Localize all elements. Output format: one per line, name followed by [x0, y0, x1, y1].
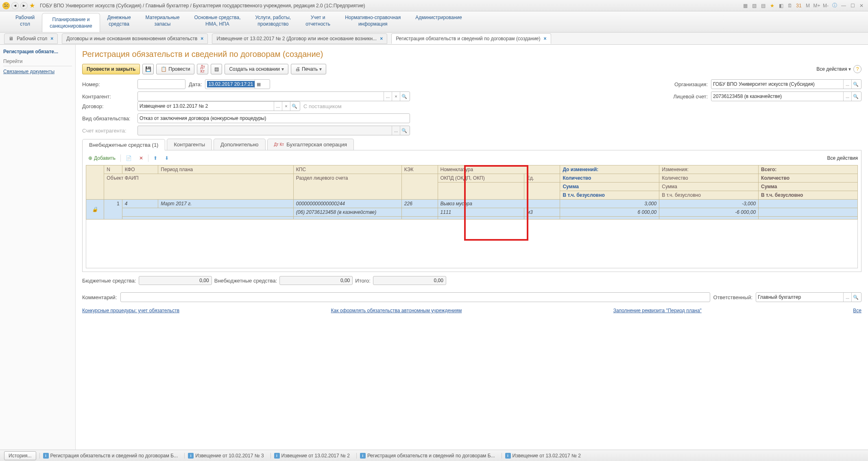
sb-item[interactable]: iИзвещение от 10.02.2017 № 3 — [184, 453, 267, 459]
section-planning[interactable]: Планирование исанкционирование — [42, 13, 100, 32]
section-services[interactable]: Услуги, работы,производство — [248, 11, 298, 32]
minimize-icon[interactable]: — — [840, 2, 848, 10]
comment-input[interactable] — [120, 292, 710, 302]
col-ed: Ед. — [524, 174, 560, 183]
tab-nonbudget[interactable]: Внебюджетные средства (1) — [82, 139, 165, 150]
responsible-input[interactable]: Главный бухгалтер...🔍 — [756, 292, 861, 302]
maximize-icon[interactable]: ☐ — [848, 2, 857, 10]
contragent-input[interactable]: ...×🔍 — [137, 91, 410, 101]
search-icon[interactable]: 🔍 — [851, 80, 859, 89]
close-icon[interactable]: ✕ — [857, 2, 866, 10]
copy-button[interactable]: 📄 — [123, 154, 134, 163]
tab-notice[interactable]: Извещение от 13.02.2017 № 2 (Договор или… — [212, 33, 387, 44]
app-icon[interactable]: 1c — [2, 2, 10, 9]
section-reference[interactable]: Нормативно-справочнаяинформация — [338, 11, 408, 32]
nav-fwd-icon[interactable]: ► — [20, 2, 28, 9]
table-row[interactable]: (06) 20736123458 (в казначействе) 1111 м… — [86, 208, 858, 217]
help-icon[interactable]: ⓘ — [831, 2, 839, 10]
move-down-button[interactable]: ⬇ — [162, 154, 171, 163]
contract-input[interactable]: Извещение от 13.02.2017 № 2...×🔍 — [137, 101, 300, 111]
tab-close-icon[interactable]: × — [201, 36, 203, 41]
post-button[interactable]: 📋Провести — [156, 64, 194, 74]
tb-icon-1[interactable]: ▦ — [741, 2, 749, 10]
total-value: 0,00 — [373, 276, 446, 285]
section-materials[interactable]: Материальныезапасы — [138, 11, 187, 32]
tb-icon-4[interactable]: ◧ — [777, 2, 785, 10]
search-icon[interactable]: 🔍 — [400, 126, 408, 135]
ellipsis-icon[interactable]: ... — [843, 293, 851, 302]
tab-contragents[interactable]: Контрагенты — [167, 139, 212, 150]
ellipsis-icon[interactable]: ... — [843, 92, 851, 101]
sb-item[interactable]: iРегистрация обязательств и сведений по … — [356, 453, 498, 459]
tab-close-icon[interactable]: × — [380, 36, 383, 41]
tb-mplus-icon[interactable]: M+ — [813, 2, 821, 10]
contragent-account-input[interactable]: ...🔍 — [137, 126, 410, 135]
help-button[interactable]: ? — [853, 65, 861, 73]
table-row[interactable]: 🔒 1 4 Март 2017 г. 000000000000000244 22… — [86, 200, 858, 208]
tb-star-icon[interactable]: ★ — [768, 2, 776, 10]
tab-registration[interactable]: Регистрация обязательств и сведений по д… — [391, 33, 551, 44]
calendar-icon[interactable]: ▦ — [255, 80, 263, 89]
panel-all-actions[interactable]: Все действия — [827, 155, 858, 161]
doc-toolbar: Провести и закрыть 💾 📋Провести ДтКт ▤ Со… — [82, 64, 861, 74]
obligation-type-input[interactable]: Отказ от заключения договора (конкурсные… — [137, 113, 410, 123]
table-row[interactable] — [86, 217, 858, 220]
tab-contracts[interactable]: Договоры и иные основания возникновения … — [62, 33, 208, 44]
tab-additional[interactable]: Дополнительно — [214, 139, 266, 150]
org-input[interactable]: ГОБУ ВПО Университет искусств (Субсидия)… — [711, 79, 861, 89]
number-input[interactable] — [137, 79, 185, 89]
tb-mminus-icon[interactable]: M- — [822, 2, 830, 10]
info-icon: i — [43, 453, 49, 459]
tab-desktop[interactable]: 🖥 Рабочий стол × — [4, 33, 58, 44]
date-input[interactable]: 13.02.2017 20:17:21▦ — [205, 79, 270, 89]
move-up-button[interactable]: ⬆ — [151, 154, 160, 163]
tab-close-icon[interactable]: × — [544, 36, 547, 41]
sb-item[interactable]: iРегистрация обязательств и сведений по … — [39, 453, 181, 459]
print-button[interactable]: 🖨Печать — [291, 64, 326, 74]
section-desktop[interactable]: Рабочийстол — [8, 11, 42, 32]
account-input[interactable]: 20736123458 (в казначействе)...🔍 — [711, 91, 861, 101]
section-assets[interactable]: Основные средства,НМА, НПА — [187, 11, 248, 32]
ellipsis-icon[interactable]: ... — [274, 102, 282, 111]
sb-item[interactable]: iИзвещение от 13.02.2017 № 2 — [270, 453, 353, 459]
add-button[interactable]: ⊕ Добавить — [86, 154, 118, 163]
link-all[interactable]: Все — [853, 308, 861, 313]
section-money[interactable]: Денежныесредства — [100, 11, 138, 32]
list-button[interactable]: ▤ — [211, 64, 222, 74]
tb-calc-icon[interactable]: 31 — [795, 2, 803, 10]
save-button[interactable]: 💾 — [142, 64, 154, 74]
history-button[interactable]: История... — [4, 451, 36, 460]
link-period[interactable]: Заполнение реквизита "Период плана" — [613, 308, 702, 313]
tb-icon-5[interactable]: 🗓 — [786, 2, 794, 10]
post-and-close-button[interactable]: Провести и закрыть — [82, 64, 140, 74]
tb-icon-3[interactable]: ▤ — [759, 2, 767, 10]
sb-item[interactable]: iИзвещение от 13.02.2017 № 2 — [502, 453, 584, 459]
section-accounting[interactable]: Учет иотчетность — [298, 11, 338, 32]
favorite-icon[interactable]: ★ — [29, 2, 35, 9]
data-table[interactable]: N КФО Период плана КПС КЭК Номенклатура … — [86, 165, 858, 268]
link-howto[interactable]: Как оформлять обязательства автономным у… — [331, 308, 462, 313]
ellipsis-icon[interactable]: ... — [392, 126, 400, 135]
create-based-button[interactable]: Создать на основании — [225, 64, 288, 74]
search-icon[interactable]: 🔍 — [400, 92, 408, 101]
delete-button[interactable]: ✕ — [137, 154, 146, 163]
tab-close-icon[interactable]: × — [50, 36, 53, 41]
ellipsis-icon[interactable]: ... — [384, 92, 392, 101]
clear-icon[interactable]: × — [392, 92, 400, 101]
dk-button[interactable]: ДтКт — [197, 64, 208, 74]
tb-icon-2[interactable]: ▧ — [750, 2, 758, 10]
search-icon[interactable]: 🔍 — [851, 92, 859, 101]
all-actions-button[interactable]: Все действия — [816, 66, 851, 72]
clear-icon[interactable]: × — [282, 102, 290, 111]
section-admin[interactable]: Администрирование — [408, 11, 469, 32]
comment-label: Комментарий: — [82, 294, 117, 300]
ellipsis-icon[interactable]: ... — [843, 80, 851, 89]
search-icon[interactable]: 🔍 — [851, 293, 859, 302]
page-title: Регистрация обязательств и сведений по д… — [82, 50, 861, 59]
tab-operation[interactable]: Дт КтБухгалтерская операция — [267, 139, 354, 150]
nav-back-icon[interactable]: ◄ — [11, 2, 19, 9]
search-icon[interactable]: 🔍 — [290, 102, 298, 111]
related-docs-link[interactable]: Связанные документы — [3, 69, 72, 74]
link-procedures[interactable]: Конкурсные процедуры: учет обязательств — [82, 308, 179, 313]
tb-m-icon[interactable]: M — [804, 2, 812, 10]
